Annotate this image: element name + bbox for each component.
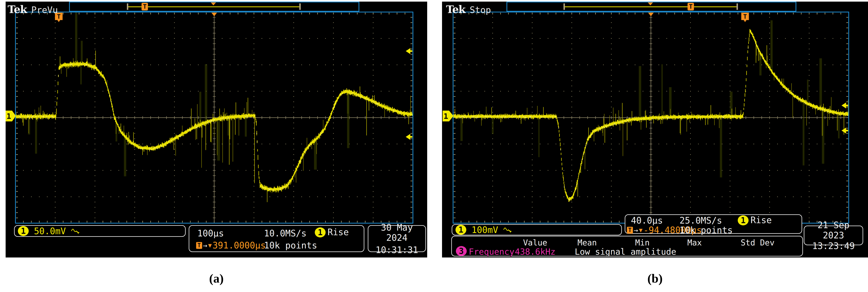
delay-marker-icon: ▼ — [208, 242, 212, 249]
record-window-bracket-right — [299, 3, 301, 10]
channel-readout: 1 100mV — [452, 224, 622, 235]
time-scale: 40.0µs — [631, 215, 663, 226]
sample-rate: 25.0MS/s — [680, 215, 722, 226]
time-label: 13:23:49 — [804, 241, 863, 251]
trigger-t-icon: T — [627, 227, 633, 234]
record-trigger-t-icon: T — [142, 3, 148, 10]
trigger-position-marker: T — [741, 13, 749, 22]
waveform-display: 1T — [6, 2, 427, 258]
oscilloscope-screen-a: Tek PreVu T 1T 1 50.0mV 100µs 10.0MS/s 1… — [6, 2, 427, 258]
measurement-value: 438.6kHz — [515, 247, 555, 257]
logo-row: Tek PreVu — [8, 3, 58, 15]
ac-coupling-icon — [71, 227, 80, 235]
channel-scale: 50.0mV — [34, 226, 66, 236]
svg-text:T: T — [743, 13, 747, 20]
measurement-col-max: Max — [687, 238, 702, 247]
ac-coupling-icon — [503, 226, 512, 233]
expansion-point-icon — [211, 13, 217, 16]
figure: Tek PreVu T 1T 1 50.0mV 100µs 10.0MS/s 1… — [0, 0, 868, 292]
level-arrow-icon — [841, 102, 848, 108]
channel-badge: 1 — [18, 226, 29, 236]
measurement-mean: Low signal amplitude — [575, 247, 676, 257]
measurement-col-stddev: Std Dev — [741, 238, 775, 247]
measurement-col-value: Value — [523, 238, 547, 247]
trigger-delay-value: 391.0000µs — [213, 240, 266, 251]
trigger-delay: T → ▼ 391.0000µs — [196, 240, 266, 251]
record-center-icon — [648, 2, 653, 5]
measurement-name: Frequency — [469, 247, 515, 257]
acquisition-status: PreVu — [31, 5, 58, 15]
time-scale: 100µs — [197, 228, 224, 238]
acquisition-status: Stop — [470, 5, 491, 15]
trigger-source-slope: 1 Rise — [315, 227, 349, 237]
sample-rate: 10.0MS/s — [264, 228, 307, 238]
tek-logo: Tek — [446, 3, 465, 15]
expansion-point-icon — [648, 13, 654, 16]
record-window-line — [128, 6, 299, 7]
trigger-t-icon: T — [196, 242, 202, 249]
channel-badge: 1 — [456, 225, 466, 235]
datetime-readout: 21 Sep 2023 13:23:49 — [804, 226, 863, 245]
svg-text:1: 1 — [444, 112, 448, 121]
trigger-source-badge: 1 — [315, 227, 326, 237]
timebase-trigger-readout: 40.0µs 25.0MS/s 1 Rise T → ▼ -94.48000µs… — [625, 214, 802, 234]
record-window-line — [565, 6, 737, 7]
trigger-slope: Rise — [328, 227, 349, 237]
date-label: 30 May 2024 — [368, 222, 425, 243]
record-trigger-t-icon: T — [687, 3, 694, 10]
record-center-icon — [211, 2, 216, 5]
delay-marker-icon: ▼ — [639, 227, 643, 234]
channel-scale: 100mV — [471, 225, 498, 235]
date-label: 21 Sep 2023 — [804, 220, 863, 240]
record-window-bracket-left — [563, 3, 565, 10]
caption-b: (b) — [647, 271, 663, 286]
measurement-col-min: Min — [635, 238, 650, 247]
measurement-bar: Value Mean Min Max Std Dev 3 Frequency 4… — [451, 236, 803, 257]
trigger-slope: Rise — [750, 215, 772, 225]
record-window-bracket-left — [127, 3, 128, 10]
caption-a: (a) — [209, 271, 224, 286]
channel-reference-marker: 1 — [6, 110, 16, 122]
tek-logo: Tek — [8, 3, 27, 15]
measurement-channel-badge: 3 — [456, 246, 467, 256]
record-view-bar: T — [69, 2, 359, 12]
record-window-bracket-right — [737, 3, 738, 10]
channel-readout: 1 50.0mV — [14, 225, 186, 237]
svg-text:1: 1 — [7, 112, 11, 121]
record-length: 10k points — [680, 225, 733, 235]
timebase-trigger-readout: 100µs 10.0MS/s 1 Rise T → ▼ 391.0000µs 1… — [189, 225, 364, 252]
channel-reference-marker: 1 — [443, 110, 454, 122]
arrow-icon: → — [634, 226, 638, 234]
logo-row: Tek Stop — [446, 3, 491, 15]
arrow-icon: → — [203, 241, 207, 250]
oscilloscope-screen-b: Tek Stop T 1T 1 100mV 40.0µs 25.0MS/s 1 … — [442, 2, 868, 258]
record-length: 10k points — [264, 240, 317, 251]
trigger-source-badge: 1 — [738, 215, 749, 225]
record-view-bar: T — [506, 2, 796, 12]
trigger-source-slope: 1 Rise — [738, 215, 772, 225]
time-label: 10:31:31 — [368, 245, 425, 255]
datetime-readout: 30 May 2024 10:31:31 — [368, 225, 426, 252]
measurement-col-mean: Mean — [578, 238, 597, 247]
